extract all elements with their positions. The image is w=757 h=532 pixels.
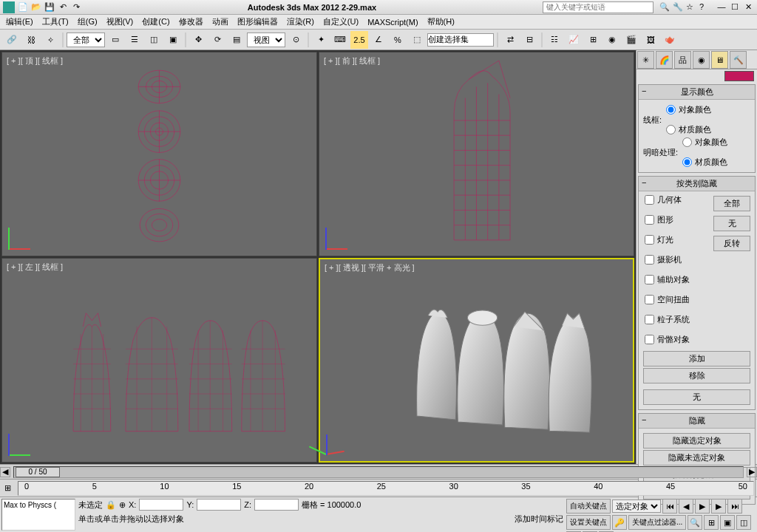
move-icon[interactable]: ✥ xyxy=(189,31,207,49)
fov-icon[interactable]: ◫ xyxy=(736,515,751,530)
chk-geometry[interactable]: 几何体 xyxy=(643,194,713,205)
menu-group[interactable]: 组(G) xyxy=(78,16,98,27)
menu-edit[interactable]: 编辑(E) xyxy=(6,16,33,27)
viewport-top[interactable]: [ + ][ 顶 ][ 线框 ] xyxy=(1,52,317,256)
menu-views[interactable]: 视图(V) xyxy=(106,16,134,27)
radio-wire-mat[interactable]: 材质颜色 xyxy=(665,124,711,135)
open-icon[interactable]: 📂 xyxy=(31,2,41,13)
chk-shapes[interactable]: 图形 xyxy=(643,214,713,225)
chk-bones[interactable]: 骨骼对象 xyxy=(643,334,713,345)
viewport-left[interactable]: [ + ][ 左 ][ 线框 ] xyxy=(1,258,317,463)
maximize-button[interactable]: ☐ xyxy=(729,2,741,13)
menu-customize[interactable]: 自定义(U) xyxy=(323,16,359,27)
time-next-icon[interactable]: ▶ xyxy=(747,467,757,477)
time-tag[interactable]: 添加时间标记 xyxy=(515,514,563,525)
btn-none[interactable]: 无 xyxy=(713,216,750,231)
btn-hide-unsel[interactable]: 隐藏未选定对象 xyxy=(643,450,750,466)
pivot-icon[interactable]: ⊙ xyxy=(287,31,305,49)
select-name-icon[interactable]: ☰ xyxy=(126,31,143,49)
menu-create[interactable]: 创建(C) xyxy=(142,16,169,27)
viewport-perspective[interactable]: [ + ][ 透视 ][ 平滑 + 高光 ] xyxy=(319,258,634,463)
render-icon[interactable]: 🫖 xyxy=(661,31,679,49)
binoculars-icon[interactable]: 🔍 xyxy=(659,2,670,13)
menu-animation[interactable]: 动画 xyxy=(212,16,228,27)
autokey-button[interactable]: 自动关键点 xyxy=(566,499,611,514)
angle-snap-icon[interactable]: ∠ xyxy=(370,31,387,49)
btn-add[interactable]: 添加 xyxy=(643,351,750,366)
ref-coord-system[interactable]: 视图 xyxy=(247,33,285,47)
goto-start-icon[interactable]: ⏮ xyxy=(662,499,677,514)
unlink-icon[interactable]: ⛓ xyxy=(22,31,40,49)
keyboard-icon[interactable]: ⌨ xyxy=(331,31,349,49)
material-icon[interactable]: ◉ xyxy=(603,31,621,49)
zoom-all-icon[interactable]: ⊞ xyxy=(704,515,719,530)
help-icon[interactable]: ? xyxy=(699,2,710,13)
setkey-button[interactable]: 设置关键点 xyxy=(566,515,611,530)
named-selection-input[interactable] xyxy=(427,33,494,47)
menu-graph[interactable]: 图形编辑器 xyxy=(237,16,278,27)
select-icon[interactable]: ▭ xyxy=(106,31,124,49)
chk-helpers[interactable]: 辅助对象 xyxy=(643,274,713,285)
tab-hierarchy-icon[interactable]: 品 xyxy=(674,51,691,69)
next-frame-icon[interactable]: ▶ xyxy=(711,499,726,514)
wrench-icon[interactable]: 🔧 xyxy=(673,2,683,13)
btn-all[interactable]: 全部 xyxy=(713,196,750,211)
key-icon[interactable]: 🔑 xyxy=(612,515,627,530)
btn-invert[interactable]: 反转 xyxy=(713,236,750,251)
manip-icon[interactable]: ✦ xyxy=(312,31,330,49)
coord-icon[interactable]: ⊕ xyxy=(119,500,126,510)
track-toggle-icon[interactable]: ⊞ xyxy=(0,483,15,493)
search-input[interactable] xyxy=(543,1,654,13)
percent-snap-icon[interactable]: % xyxy=(389,31,407,49)
btn-none2[interactable]: 无 xyxy=(643,389,750,405)
select-region-icon[interactable]: ◫ xyxy=(145,31,163,49)
save-icon[interactable]: 💾 xyxy=(44,2,55,13)
selection-filter[interactable]: 全部 xyxy=(67,33,105,47)
btn-remove[interactable]: 移除 xyxy=(643,368,750,383)
menu-modifiers[interactable]: 修改器 xyxy=(179,16,203,27)
bind-icon[interactable]: ⟡ xyxy=(41,31,59,49)
track-ruler[interactable]: 0 5 10 15 20 25 30 35 40 45 50 xyxy=(18,481,754,496)
link-icon[interactable]: 🔗 xyxy=(3,31,21,49)
align-icon[interactable]: ⊟ xyxy=(520,31,538,49)
chk-cameras[interactable]: 摄影机 xyxy=(643,254,713,265)
curve-editor-icon[interactable]: 📈 xyxy=(565,31,583,49)
goto-end-icon[interactable]: ⏭ xyxy=(727,499,742,514)
prev-frame-icon[interactable]: ◀ xyxy=(679,499,693,514)
chk-spacewarps[interactable]: 空间扭曲 xyxy=(643,294,713,305)
chk-particles[interactable]: 粒子系统 xyxy=(643,314,713,325)
tab-utilities-icon[interactable]: 🔨 xyxy=(730,51,747,69)
y-input[interactable] xyxy=(197,499,241,511)
menu-maxscript[interactable]: MAXScript(M) xyxy=(367,18,418,27)
minimize-button[interactable]: — xyxy=(716,2,727,13)
time-slider[interactable]: 0 / 50 xyxy=(13,466,744,478)
mirror-icon[interactable]: ⇄ xyxy=(501,31,519,49)
menu-tools[interactable]: 工具(T) xyxy=(42,16,69,27)
undo-icon[interactable]: ↶ xyxy=(58,2,68,13)
viewport-front[interactable]: [ + ][ 前 ][ 线框 ] xyxy=(319,52,634,256)
lock-icon[interactable]: 🔒 xyxy=(106,500,116,510)
time-prev-icon[interactable]: ◀ xyxy=(0,467,10,477)
menu-render[interactable]: 渲染(R) xyxy=(287,16,314,27)
scale-icon[interactable]: ▤ xyxy=(228,31,245,49)
keyfilter-button[interactable]: 关键点过滤器... xyxy=(628,515,686,530)
layers-icon[interactable]: ☷ xyxy=(546,31,563,49)
close-button[interactable]: ✕ xyxy=(742,2,754,13)
star-icon[interactable]: ☆ xyxy=(686,2,696,13)
menu-help[interactable]: 帮助(H) xyxy=(427,16,455,27)
tab-create-icon[interactable]: ✳ xyxy=(637,51,654,69)
object-color-swatch[interactable] xyxy=(724,71,754,81)
tab-modify-icon[interactable]: 🌈 xyxy=(656,51,673,69)
maxscript-listener[interactable]: Max to Physcs ( xyxy=(1,499,75,531)
redo-icon[interactable]: ↷ xyxy=(71,2,81,13)
key-target-select[interactable]: 选定对象 xyxy=(612,499,661,513)
x-input[interactable] xyxy=(139,499,183,511)
zoom-ext-icon[interactable]: ▣ xyxy=(720,515,735,530)
radio-shade-mat[interactable]: 材质颜色 xyxy=(681,157,727,168)
zoom-icon[interactable]: 🔍 xyxy=(688,515,702,530)
new-icon[interactable]: 📄 xyxy=(18,2,28,13)
tab-display-icon[interactable]: 🖥 xyxy=(711,51,728,69)
window-crossing-icon[interactable]: ▣ xyxy=(164,31,182,49)
spinner-snap-icon[interactable]: ⬚ xyxy=(408,31,426,49)
time-handle[interactable]: 0 / 50 xyxy=(16,467,60,477)
